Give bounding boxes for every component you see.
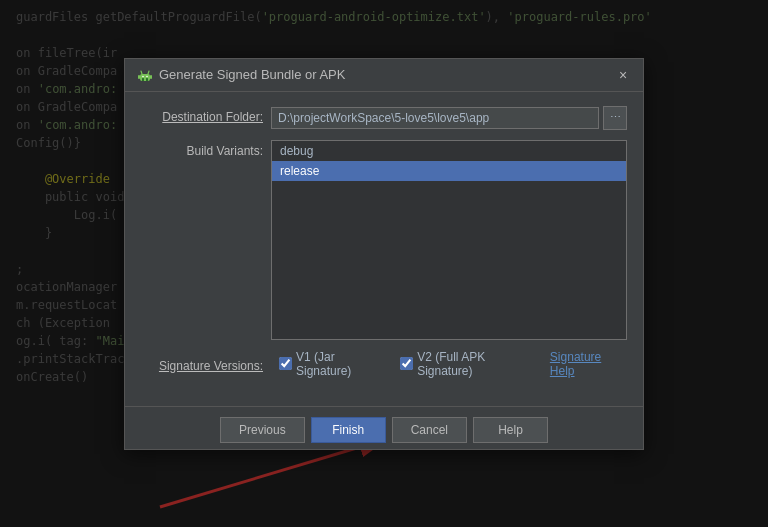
destination-input[interactable]	[271, 107, 599, 129]
android-icon	[137, 67, 153, 83]
signature-versions-label: Signature Versions:	[141, 355, 271, 373]
dialog-title-left: Generate Signed Bundle or APK	[137, 67, 345, 83]
close-button[interactable]: ×	[615, 67, 631, 83]
dialog-overlay: Generate Signed Bundle or APK × Destinat…	[0, 0, 768, 527]
v2-checkbox[interactable]	[400, 357, 413, 370]
dialog-content: Destination Folder: ⋯ Build Variants: de…	[125, 92, 643, 406]
destination-row: Destination Folder: ⋯	[141, 106, 627, 130]
svg-rect-2	[140, 74, 150, 81]
v1-checkbox[interactable]	[279, 357, 292, 370]
svg-point-8	[146, 75, 148, 77]
dialog-titlebar: Generate Signed Bundle or APK ×	[125, 59, 643, 92]
signature-versions-row: Signature Versions: V1 (Jar Signature) V…	[141, 350, 627, 378]
variants-list[interactable]: debug release	[271, 140, 627, 340]
cancel-button[interactable]: Cancel	[392, 417, 467, 443]
svg-rect-6	[146, 78, 148, 81]
destination-label: Destination Folder:	[141, 106, 271, 124]
svg-rect-5	[142, 78, 144, 81]
v1-label: V1 (Jar Signature)	[296, 350, 390, 378]
build-variants-row: Build Variants: debug release	[141, 140, 627, 340]
variant-debug[interactable]: debug	[272, 141, 626, 161]
svg-point-7	[142, 75, 144, 77]
svg-rect-4	[150, 75, 152, 79]
destination-input-group: ⋯	[271, 106, 627, 130]
v2-label: V2 (Full APK Signature)	[417, 350, 540, 378]
help-button[interactable]: Help	[473, 417, 548, 443]
variant-release[interactable]: release	[272, 161, 626, 181]
previous-button[interactable]: Previous	[220, 417, 305, 443]
v2-checkbox-group: V2 (Full APK Signature)	[400, 350, 540, 378]
finish-button[interactable]: Finish	[311, 417, 386, 443]
button-row: Previous Finish Cancel Help	[125, 406, 643, 449]
svg-rect-3	[138, 75, 140, 79]
folder-icon: ⋯	[610, 111, 621, 124]
build-variants-label: Build Variants:	[141, 140, 271, 158]
dialog: Generate Signed Bundle or APK × Destinat…	[124, 58, 644, 450]
v1-checkbox-group: V1 (Jar Signature)	[279, 350, 390, 378]
signature-help-link[interactable]: Signature Help	[550, 350, 627, 378]
folder-browse-button[interactable]: ⋯	[603, 106, 627, 130]
dialog-title: Generate Signed Bundle or APK	[159, 67, 345, 82]
